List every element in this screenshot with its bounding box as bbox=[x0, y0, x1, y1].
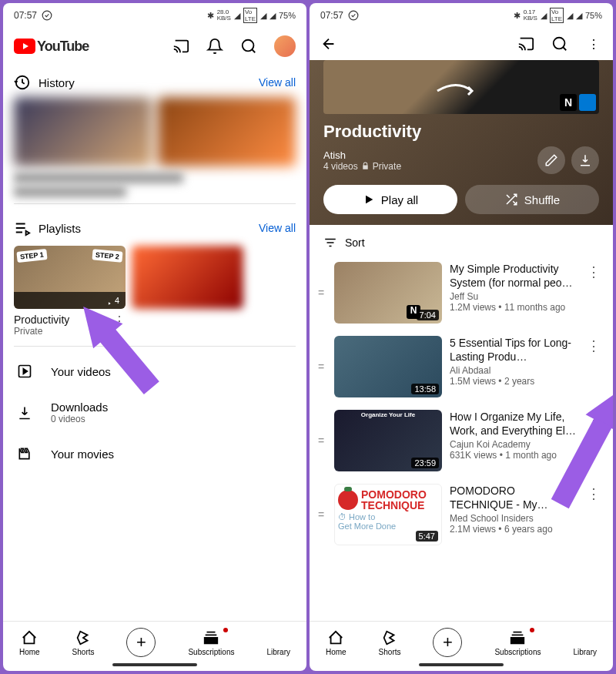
video-thumbnail[interactable]: 13:58 bbox=[334, 336, 442, 397]
playlist-card-blurred[interactable] bbox=[132, 246, 243, 337]
playlist-privacy: Private bbox=[14, 326, 69, 337]
video-row[interactable]: = N 7:04 My Simple Productivity System (… bbox=[310, 256, 613, 330]
bottom-nav: Home Shorts + Subscriptions Library bbox=[3, 621, 306, 660]
nav-home[interactable]: Home bbox=[19, 629, 40, 656]
duration-badge: 23:59 bbox=[411, 458, 439, 468]
status-bar: 07:57 ✱ 0.17 KB/S ◢ VoLTE ◢ ◢ 75% bbox=[310, 3, 613, 28]
download-icon bbox=[17, 405, 32, 421]
nav-library[interactable]: Library bbox=[266, 629, 290, 656]
bluetooth-icon: ✱ bbox=[207, 11, 214, 21]
nav-library[interactable]: Library bbox=[573, 629, 597, 656]
search-icon[interactable] bbox=[551, 35, 568, 52]
youtube-play-icon bbox=[14, 39, 35, 54]
edit-button[interactable] bbox=[537, 146, 565, 174]
duration-badge: 13:58 bbox=[411, 384, 439, 394]
clock: 07:57 bbox=[320, 10, 343, 21]
video-stats: 1.5M views • 2 years bbox=[450, 376, 578, 387]
history-section-title: History bbox=[14, 74, 75, 91]
drag-handle-icon[interactable]: = bbox=[316, 360, 326, 373]
playlist-privacy: Private bbox=[373, 161, 401, 172]
sort-button[interactable]: Sort bbox=[310, 225, 613, 256]
back-button[interactable] bbox=[320, 35, 337, 52]
home-icon bbox=[327, 629, 344, 646]
net-speed: 0.17 KB/S bbox=[524, 9, 537, 22]
nav-subscriptions[interactable]: Subscriptions bbox=[494, 629, 541, 656]
drag-handle-icon[interactable]: = bbox=[316, 508, 326, 521]
video-thumbnail[interactable]: POMODOROTECHNIQUE ⏱ How toGet More Done … bbox=[334, 484, 442, 545]
detail-header: ⋮ bbox=[310, 28, 613, 60]
cast-icon[interactable] bbox=[517, 35, 534, 52]
svg-point-3 bbox=[349, 11, 358, 20]
outlook-icon bbox=[579, 94, 596, 111]
signal-icon: ◢ bbox=[567, 11, 573, 21]
pencil-icon bbox=[544, 153, 558, 167]
playlists-section-title: Playlists bbox=[14, 220, 81, 236]
video-stats: 631K views • 1 month ago bbox=[450, 450, 578, 461]
check-icon bbox=[42, 10, 52, 21]
playlist-detail-screen: 07:57 ✱ 0.17 KB/S ◢ VoLTE ◢ ◢ 75% ⋮ N Pr… bbox=[310, 3, 613, 671]
home-icon bbox=[21, 629, 38, 646]
plus-icon: + bbox=[136, 632, 146, 652]
nav-shorts[interactable]: Shorts bbox=[379, 629, 401, 656]
notifications-icon[interactable] bbox=[206, 38, 223, 55]
video-channel: Med School Insiders bbox=[450, 513, 578, 524]
signal-icon-2: ◢ bbox=[576, 11, 582, 21]
battery-text: 75% bbox=[279, 11, 296, 20]
wifi-icon: ◢ bbox=[541, 11, 547, 21]
nav-subscriptions[interactable]: Subscriptions bbox=[188, 629, 234, 656]
drag-handle-icon[interactable]: = bbox=[316, 434, 326, 447]
nav-shorts[interactable]: Shorts bbox=[72, 629, 95, 656]
search-icon[interactable] bbox=[240, 38, 257, 55]
playlist-title: Productivity bbox=[310, 122, 613, 142]
drag-handle-icon[interactable]: = bbox=[316, 287, 326, 299]
nav-create[interactable]: + bbox=[433, 628, 462, 657]
history-thumbnails bbox=[14, 97, 296, 166]
svg-point-1 bbox=[243, 40, 254, 52]
hero-thumbnail: N bbox=[323, 60, 599, 114]
video-menu-icon[interactable]: ⋮ bbox=[585, 262, 602, 282]
play-icon bbox=[363, 193, 375, 206]
wifi-icon: ◢ bbox=[234, 11, 240, 21]
youtube-text: YouTube bbox=[37, 39, 89, 55]
account-avatar[interactable] bbox=[274, 35, 296, 57]
movie-icon bbox=[17, 446, 32, 461]
play-all-button[interactable]: Play all bbox=[323, 185, 457, 214]
app-header: YouTube bbox=[3, 28, 306, 65]
downloads-row[interactable]: Downloads 0 videos bbox=[3, 390, 306, 435]
history-viewall-link[interactable]: View all bbox=[259, 76, 296, 89]
video-menu-icon[interactable]: ⋮ bbox=[585, 484, 602, 504]
shuffle-button[interactable]: Shuffle bbox=[465, 185, 599, 214]
volte-icon: VoLTE bbox=[243, 8, 257, 23]
shuffle-icon bbox=[504, 193, 518, 206]
more-icon[interactable]: ⋮ bbox=[585, 35, 602, 52]
download-button[interactable] bbox=[571, 146, 599, 174]
lock-icon bbox=[361, 162, 370, 170]
video-channel: Cajun Koi Academy bbox=[450, 439, 578, 450]
notion-icon: N bbox=[560, 94, 577, 111]
playlist-author[interactable]: Atish bbox=[323, 149, 401, 161]
youtube-logo[interactable]: YouTube bbox=[14, 39, 89, 55]
nav-create[interactable]: + bbox=[126, 628, 156, 657]
duration-badge: 7:04 bbox=[417, 310, 439, 320]
play-box-icon bbox=[17, 364, 32, 379]
library-icon bbox=[270, 629, 287, 646]
video-row[interactable]: = 13:58 5 Essential Tips for Long-Lastin… bbox=[310, 330, 613, 404]
video-title: My Simple Productivity System (for norma… bbox=[450, 262, 578, 290]
svg-point-0 bbox=[42, 11, 52, 20]
cast-icon[interactable] bbox=[172, 38, 189, 55]
battery-text: 75% bbox=[585, 11, 602, 20]
nav-home[interactable]: Home bbox=[326, 629, 346, 656]
playlists-viewall-link[interactable]: View all bbox=[259, 222, 296, 234]
shorts-icon bbox=[75, 629, 92, 646]
video-thumbnail[interactable]: Organize Your Life 23:59 bbox=[334, 410, 442, 471]
playlist-video-count: 4 videos bbox=[323, 161, 358, 172]
subscriptions-icon bbox=[509, 629, 526, 646]
your-movies-row[interactable]: Your movies bbox=[3, 435, 306, 472]
download-icon bbox=[578, 153, 592, 167]
bottom-nav: Home Shorts + Subscriptions Library bbox=[310, 621, 613, 660]
net-speed: 28.0 KB/S bbox=[217, 9, 231, 22]
volte-icon: VoLTE bbox=[550, 8, 564, 23]
video-thumbnail[interactable]: N 7:04 bbox=[334, 262, 442, 324]
video-menu-icon[interactable]: ⋮ bbox=[585, 336, 602, 356]
status-bar: 07:57 ✱ 28.0 KB/S ◢ VoLTE ◢ ◢ 75% bbox=[3, 3, 306, 28]
